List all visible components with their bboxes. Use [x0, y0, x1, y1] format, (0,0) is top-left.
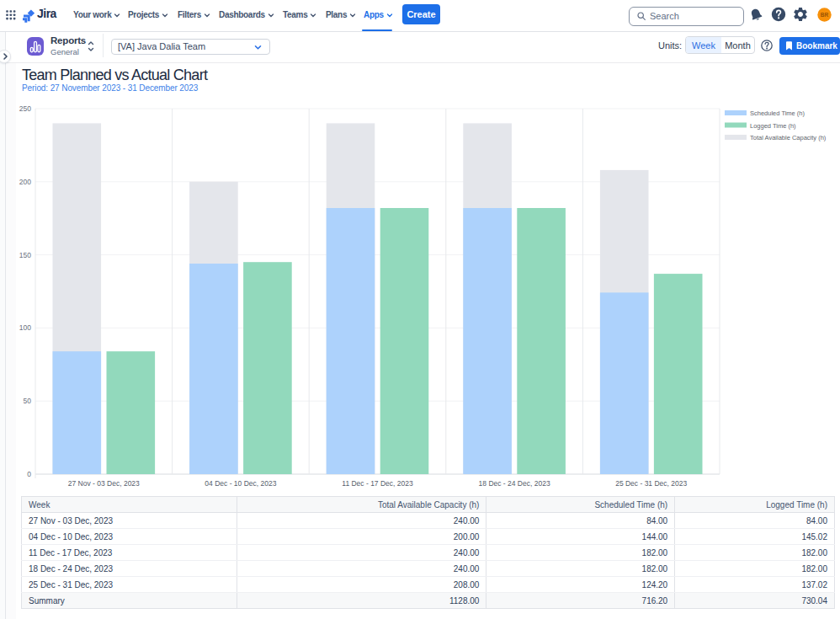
svg-text:11 Dec - 17 Dec, 2023: 11 Dec - 17 Dec, 2023: [342, 479, 413, 488]
svg-text:100: 100: [19, 323, 31, 332]
svg-text:250: 250: [19, 104, 31, 113]
svg-text:Total Available Capacity (h): Total Available Capacity (h): [750, 134, 827, 141]
svg-text:0: 0: [27, 470, 31, 478]
svg-text:200: 200: [19, 178, 31, 186]
svg-text:Scheduled Time (h): Scheduled Time (h): [750, 109, 805, 117]
svg-text:18 Dec - 24 Dec, 2023: 18 Dec - 24 Dec, 2023: [479, 479, 550, 488]
svg-text:27 Nov - 03 Dec, 2023: 27 Nov - 03 Dec, 2023: [68, 479, 140, 488]
svg-text:25 Dec - 31 Dec, 2023: 25 Dec - 31 Dec, 2023: [615, 479, 687, 488]
svg-text:04 Dec - 10 Dec, 2023: 04 Dec - 10 Dec, 2023: [205, 479, 276, 488]
svg-text:150: 150: [19, 251, 31, 259]
svg-text:50: 50: [24, 397, 32, 405]
svg-text:Logged Time (h): Logged Time (h): [750, 122, 796, 130]
